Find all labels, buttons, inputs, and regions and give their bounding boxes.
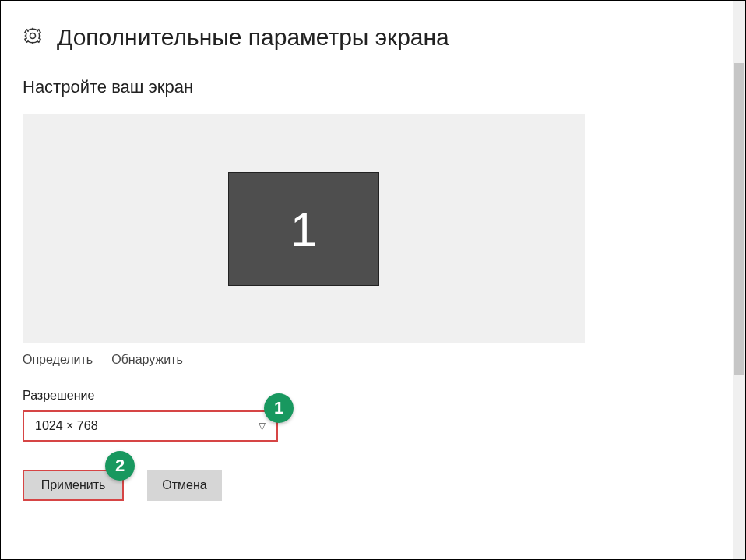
page-header: Дополнительные параметры экрана xyxy=(23,24,713,51)
monitor-number-label: 1 xyxy=(290,202,317,257)
resolution-dropdown[interactable]: 1024 × 768 ▽ xyxy=(23,410,278,442)
cancel-button[interactable]: Отмена xyxy=(147,470,222,501)
resolution-value: 1024 × 768 xyxy=(35,419,98,433)
display-actions-row: Определить Обнаружить xyxy=(23,353,713,367)
resolution-dropdown-wrap: 1024 × 768 ▽ 1 xyxy=(23,410,278,442)
gear-icon xyxy=(23,26,43,49)
annotation-badge-2: 2 xyxy=(105,451,135,481)
apply-button-wrap: Применить 2 xyxy=(23,470,124,501)
action-buttons-row: Применить 2 Отмена xyxy=(23,470,713,501)
resolution-label: Разрешение xyxy=(23,389,713,403)
display-arrangement-area[interactable]: 1 xyxy=(23,114,585,343)
annotation-badge-1: 1 xyxy=(264,393,294,423)
monitor-1[interactable]: 1 xyxy=(228,172,379,286)
identify-link[interactable]: Определить xyxy=(23,353,93,367)
vertical-scrollbar[interactable] xyxy=(733,1,745,559)
customize-heading: Настройте ваш экран xyxy=(23,77,713,97)
svg-point-0 xyxy=(30,33,36,39)
page-title: Дополнительные параметры экрана xyxy=(57,24,449,51)
chevron-down-icon: ▽ xyxy=(259,421,266,431)
detect-link[interactable]: Обнаружить xyxy=(111,353,183,367)
scrollbar-thumb[interactable] xyxy=(734,63,744,375)
